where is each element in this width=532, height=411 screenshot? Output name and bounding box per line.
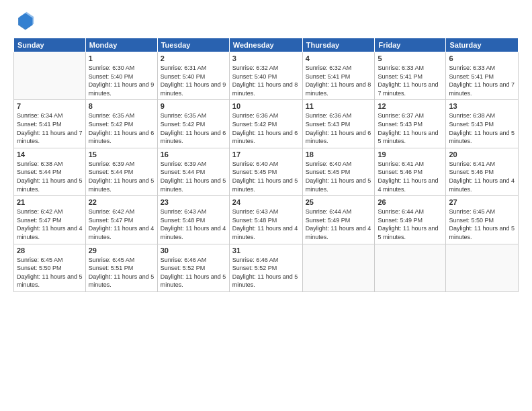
day-number: 2 [161,54,226,62]
calendar-cell: 24Sunrise: 6:43 AMSunset: 5:48 PMDayligh… [229,196,302,244]
day-number: 5 [378,54,443,62]
calendar-cell: 18Sunrise: 6:40 AMSunset: 5:45 PMDayligh… [302,148,375,195]
day-number: 25 [306,198,372,206]
day-info: Sunrise: 6:41 AMSunset: 5:46 PMDaylight:… [449,160,515,193]
calendar-week-row: 28Sunrise: 6:45 AMSunset: 5:50 PMDayligh… [14,244,519,291]
day-info: Sunrise: 6:46 AMSunset: 5:52 PMDaylight:… [161,256,226,289]
day-info: Sunrise: 6:37 AMSunset: 5:43 PMDaylight:… [378,111,443,145]
calendar-cell: 5Sunrise: 6:33 AMSunset: 5:41 PMDaylight… [375,52,446,100]
calendar-cell: 23Sunrise: 6:43 AMSunset: 5:48 PMDayligh… [157,196,229,244]
day-info: Sunrise: 6:45 AMSunset: 5:50 PMDaylight:… [17,256,83,289]
col-header-tuesday: Tuesday [157,38,229,52]
day-number: 10 [232,102,300,110]
calendar-cell: 20Sunrise: 6:41 AMSunset: 5:46 PMDayligh… [446,148,519,195]
col-header-monday: Monday [85,38,157,52]
day-number: 23 [161,198,226,206]
day-number: 19 [378,150,443,158]
logo-icon [13,11,35,32]
day-info: Sunrise: 6:38 AMSunset: 5:44 PMDaylight:… [17,160,83,193]
day-info: Sunrise: 6:42 AMSunset: 5:47 PMDaylight:… [89,208,154,241]
calendar-cell: 31Sunrise: 6:46 AMSunset: 5:52 PMDayligh… [229,244,302,291]
logo [13,11,38,32]
day-number: 18 [306,150,372,158]
page: SundayMondayTuesdayWednesdayThursdayFrid… [0,0,532,411]
calendar-cell: 4Sunrise: 6:32 AMSunset: 5:41 PMDaylight… [302,52,375,100]
day-info: Sunrise: 6:39 AMSunset: 5:44 PMDaylight:… [89,160,154,193]
day-number: 13 [449,102,515,110]
calendar-table: SundayMondayTuesdayWednesdayThursdayFrid… [13,38,519,292]
col-header-wednesday: Wednesday [229,38,302,52]
calendar-cell: 10Sunrise: 6:36 AMSunset: 5:42 PMDayligh… [229,100,302,148]
day-info: Sunrise: 6:36 AMSunset: 5:42 PMDaylight:… [232,111,300,145]
day-info: Sunrise: 6:32 AMSunset: 5:41 PMDaylight:… [306,64,372,97]
day-number: 24 [232,198,300,206]
day-number: 6 [449,54,515,62]
calendar-cell: 11Sunrise: 6:36 AMSunset: 5:43 PMDayligh… [302,100,375,148]
calendar-cell: 30Sunrise: 6:46 AMSunset: 5:52 PMDayligh… [157,244,229,291]
calendar-week-row: 7Sunrise: 6:34 AMSunset: 5:41 PMDaylight… [14,100,519,148]
calendar-week-row: 14Sunrise: 6:38 AMSunset: 5:44 PMDayligh… [14,148,519,195]
calendar-cell: 9Sunrise: 6:35 AMSunset: 5:42 PMDaylight… [157,100,229,148]
col-header-friday: Friday [375,38,446,52]
day-info: Sunrise: 6:44 AMSunset: 5:49 PMDaylight:… [306,208,372,241]
day-number: 20 [449,150,515,158]
day-info: Sunrise: 6:40 AMSunset: 5:45 PMDaylight:… [306,160,372,193]
day-info: Sunrise: 6:36 AMSunset: 5:43 PMDaylight:… [306,111,372,145]
day-number: 14 [17,150,83,158]
day-number: 29 [89,246,154,255]
calendar-cell: 28Sunrise: 6:45 AMSunset: 5:50 PMDayligh… [14,244,86,291]
day-number: 22 [89,198,154,206]
day-number: 11 [306,102,372,110]
calendar-cell: 2Sunrise: 6:31 AMSunset: 5:40 PMDaylight… [157,52,229,100]
col-header-sunday: Sunday [14,38,86,52]
day-number: 28 [17,246,83,255]
day-info: Sunrise: 6:35 AMSunset: 5:42 PMDaylight:… [161,111,226,145]
day-number: 15 [89,150,154,158]
day-number: 26 [378,198,443,206]
day-number: 4 [306,54,372,62]
calendar-cell: 7Sunrise: 6:34 AMSunset: 5:41 PMDaylight… [14,100,86,148]
calendar-cell: 29Sunrise: 6:45 AMSunset: 5:51 PMDayligh… [85,244,157,291]
day-number: 31 [232,246,300,255]
calendar-cell: 16Sunrise: 6:39 AMSunset: 5:44 PMDayligh… [157,148,229,195]
calendar-cell: 17Sunrise: 6:40 AMSunset: 5:45 PMDayligh… [229,148,302,195]
calendar-cell: 13Sunrise: 6:38 AMSunset: 5:43 PMDayligh… [446,100,519,148]
day-info: Sunrise: 6:46 AMSunset: 5:52 PMDaylight:… [232,256,300,289]
calendar-cell: 12Sunrise: 6:37 AMSunset: 5:43 PMDayligh… [375,100,446,148]
calendar-cell [14,52,86,100]
day-number: 16 [161,150,226,158]
calendar-cell [446,244,519,291]
calendar-cell [375,244,446,291]
day-info: Sunrise: 6:32 AMSunset: 5:40 PMDaylight:… [232,64,300,97]
day-info: Sunrise: 6:44 AMSunset: 5:49 PMDaylight:… [378,208,443,241]
day-info: Sunrise: 6:41 AMSunset: 5:46 PMDaylight:… [378,160,443,193]
col-header-thursday: Thursday [302,38,375,52]
day-info: Sunrise: 6:45 AMSunset: 5:51 PMDaylight:… [89,256,154,289]
calendar-cell: 6Sunrise: 6:33 AMSunset: 5:41 PMDaylight… [446,52,519,100]
calendar-cell: 8Sunrise: 6:35 AMSunset: 5:42 PMDaylight… [85,100,157,148]
calendar-cell: 1Sunrise: 6:30 AMSunset: 5:40 PMDaylight… [85,52,157,100]
day-number: 30 [161,246,226,255]
day-info: Sunrise: 6:34 AMSunset: 5:41 PMDaylight:… [17,111,83,145]
day-number: 21 [17,198,83,206]
day-info: Sunrise: 6:35 AMSunset: 5:42 PMDaylight:… [89,111,154,145]
day-info: Sunrise: 6:31 AMSunset: 5:40 PMDaylight:… [161,64,226,97]
day-number: 17 [232,150,300,158]
day-number: 9 [161,102,226,110]
calendar-cell: 15Sunrise: 6:39 AMSunset: 5:44 PMDayligh… [85,148,157,195]
day-number: 27 [449,198,515,206]
calendar-cell: 27Sunrise: 6:45 AMSunset: 5:50 PMDayligh… [446,196,519,244]
day-info: Sunrise: 6:45 AMSunset: 5:50 PMDaylight:… [449,208,515,241]
calendar-cell: 22Sunrise: 6:42 AMSunset: 5:47 PMDayligh… [85,196,157,244]
col-header-saturday: Saturday [446,38,519,52]
day-info: Sunrise: 6:42 AMSunset: 5:47 PMDaylight:… [17,208,83,241]
day-info: Sunrise: 6:40 AMSunset: 5:45 PMDaylight:… [232,160,300,193]
day-number: 1 [89,54,154,62]
calendar-cell: 3Sunrise: 6:32 AMSunset: 5:40 PMDaylight… [229,52,302,100]
header [13,11,519,32]
day-info: Sunrise: 6:33 AMSunset: 5:41 PMDaylight:… [378,64,443,97]
day-number: 8 [89,102,154,110]
day-number: 12 [378,102,443,110]
day-info: Sunrise: 6:39 AMSunset: 5:44 PMDaylight:… [161,160,226,193]
day-info: Sunrise: 6:43 AMSunset: 5:48 PMDaylight:… [232,208,300,241]
